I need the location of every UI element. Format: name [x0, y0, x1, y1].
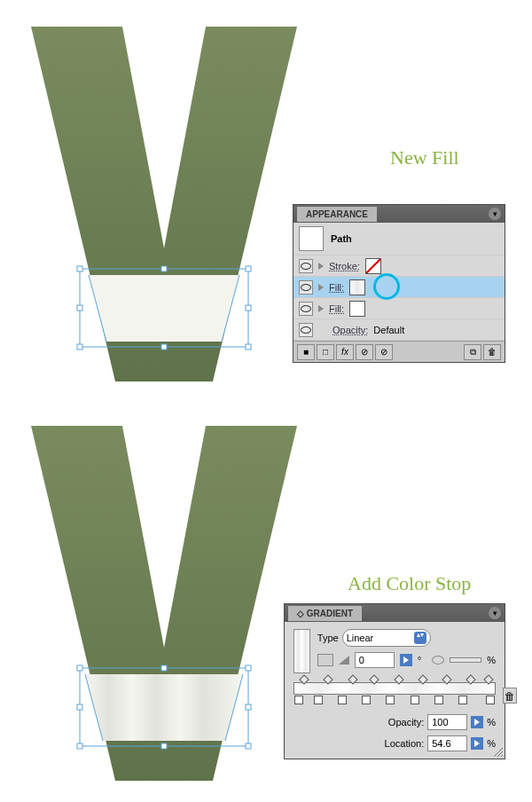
fill-swatch-white[interactable]	[349, 301, 365, 317]
gradient-color-stop[interactable]	[458, 696, 467, 704]
panel-menu-icon[interactable]: ▾	[489, 607, 501, 619]
appearance-tab[interactable]: APPEARANCE	[297, 207, 377, 222]
panel-header[interactable]: ◇ GRADIENT ▾	[285, 604, 505, 622]
expand-icon[interactable]	[318, 305, 324, 312]
gradient-midpoint[interactable]	[466, 674, 475, 684]
gradient-midpoint[interactable]	[418, 674, 427, 684]
svg-rect-16	[161, 665, 167, 671]
panel-menu-icon[interactable]: ▾	[489, 208, 501, 220]
highlight-circle	[373, 273, 400, 300]
delete-stop-button[interactable]: 🗑	[503, 688, 517, 704]
stop-location-input[interactable]: 54.6	[427, 735, 467, 751]
gradient-midpoint[interactable]	[348, 674, 357, 684]
type-label: Type	[317, 633, 339, 643]
fill-label[interactable]: Fill:	[329, 303, 344, 314]
gradient-slider[interactable]: 🗑	[293, 682, 496, 695]
stop-opacity-label: Opacity:	[388, 717, 424, 727]
visibility-toggle[interactable]	[299, 323, 313, 337]
gradient-color-stop[interactable]	[386, 696, 395, 704]
gradient-color-stop[interactable]	[362, 696, 371, 704]
path-label: Path	[331, 233, 352, 244]
gradient-color-stop[interactable]	[294, 696, 303, 704]
gradient-color-stop[interactable]	[434, 696, 443, 704]
stroke-label[interactable]: Stroke:	[329, 261, 360, 271]
svg-rect-4	[246, 344, 251, 350]
svg-rect-5	[161, 266, 167, 271]
target-path-row[interactable]: Path	[293, 223, 505, 256]
reverse-gradient-button[interactable]	[317, 654, 333, 666]
svg-rect-8	[246, 305, 251, 311]
gradient-midpoint[interactable]	[370, 674, 379, 684]
stroke-row[interactable]: Stroke:	[293, 256, 505, 277]
svg-rect-12	[77, 665, 82, 671]
gradient-color-stop[interactable]	[411, 696, 419, 704]
stop-location-label: Location:	[385, 738, 425, 749]
svg-rect-14	[77, 743, 82, 749]
opacity-stepper[interactable]	[471, 716, 483, 728]
svg-rect-18	[77, 704, 82, 710]
opacity-row[interactable]: Opacity: Default	[293, 319, 505, 341]
gradient-color-stop[interactable]	[338, 696, 347, 704]
gradient-midpoint[interactable]	[394, 674, 403, 684]
fx-button[interactable]: fx	[336, 344, 354, 360]
clear-appearance-button[interactable]: ⊘	[356, 344, 373, 360]
annotation-new-fill: New Fill	[390, 146, 459, 169]
gradient-color-stop[interactable]	[486, 696, 495, 704]
appearance-panel: APPEARANCE ▾ Path Stroke: Fill:	[293, 204, 505, 363]
fill-row-selected[interactable]: Fill:	[293, 277, 505, 298]
appearance-footer: ■ □ fx ⊘ ⊘ ⧉ 🗑	[293, 341, 505, 362]
svg-rect-13	[246, 665, 251, 671]
letter-v-bottom	[27, 426, 301, 790]
gradient-preview[interactable]	[293, 629, 310, 673]
annotation-add-color-stop: Add Color Stop	[348, 572, 471, 595]
expand-icon[interactable]	[318, 263, 324, 270]
stop-opacity-input[interactable]: 100	[427, 714, 467, 730]
svg-rect-17	[161, 743, 167, 749]
svg-rect-6	[161, 344, 167, 350]
visibility-toggle[interactable]	[299, 302, 313, 316]
eye-icon	[301, 305, 311, 312]
aspect-input[interactable]	[450, 657, 481, 663]
gradient-midpoint[interactable]	[484, 674, 494, 684]
svg-rect-15	[246, 743, 251, 749]
resize-grip-icon[interactable]	[494, 748, 503, 757]
new-stroke-button[interactable]: ■	[297, 344, 315, 360]
duplicate-button[interactable]: ⧉	[464, 344, 481, 360]
opacity-label[interactable]: Opacity:	[332, 325, 368, 335]
path-thumbnail	[299, 226, 324, 251]
gradient-midpoint[interactable]	[324, 674, 333, 684]
opacity-value: Default	[373, 325, 404, 335]
angle-input[interactable]: 0	[355, 652, 395, 668]
expand-icon[interactable]	[318, 284, 324, 291]
aspect-icon	[432, 656, 444, 664]
svg-rect-3	[77, 344, 82, 350]
fill-row[interactable]: Fill:	[293, 298, 505, 319]
gradient-color-stop[interactable]	[314, 696, 323, 704]
panel-header[interactable]: APPEARANCE ▾	[293, 205, 505, 223]
svg-rect-19	[246, 704, 251, 710]
gradient-midpoint[interactable]	[300, 674, 309, 684]
fill-label[interactable]: Fill:	[329, 282, 344, 293]
gradient-type-select[interactable]: Linear ▴▾	[342, 629, 431, 647]
stroke-swatch[interactable]	[365, 258, 381, 274]
gradient-midpoint[interactable]	[442, 674, 451, 684]
new-fill-button[interactable]: □	[317, 344, 334, 360]
location-stepper[interactable]	[471, 737, 483, 750]
trash-button[interactable]: 🗑	[483, 344, 501, 360]
angle-icon	[339, 656, 349, 664]
svg-rect-1	[77, 266, 82, 271]
gradient-tab[interactable]: ◇ GRADIENT	[288, 606, 362, 621]
letter-v-top	[27, 27, 301, 390]
fill-swatch-gradient[interactable]	[349, 279, 365, 295]
gradient-panel: ◇ GRADIENT ▾ Type Linear ▴▾	[284, 603, 505, 759]
visibility-toggle[interactable]	[299, 259, 313, 273]
angle-stepper[interactable]	[400, 654, 412, 666]
eye-icon	[301, 326, 311, 334]
reduce-button[interactable]: ⊘	[375, 344, 393, 360]
eye-icon	[301, 263, 311, 270]
svg-rect-7	[77, 305, 82, 311]
svg-rect-2	[246, 266, 251, 271]
eye-icon	[301, 284, 311, 291]
visibility-toggle[interactable]	[299, 280, 313, 295]
